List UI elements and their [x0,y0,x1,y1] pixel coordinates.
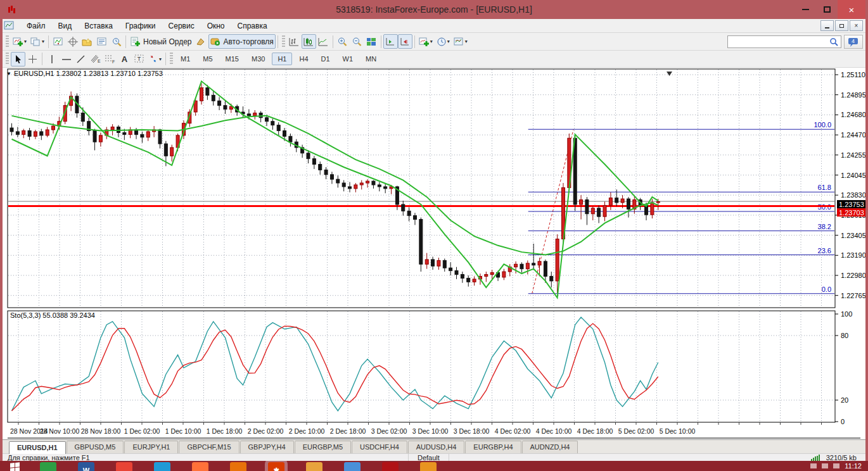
menu-item-5[interactable]: Окно [201,20,231,32]
chevron-down-icon: ▾ [42,39,44,44]
timeframe-M5[interactable]: M5 [197,53,218,65]
taskbar-app-system[interactable] [344,462,361,471]
bar-chart-button[interactable] [287,34,302,49]
favorites-button[interactable] [80,34,94,49]
tray-icon[interactable] [822,463,828,468]
crosshair-button[interactable] [65,34,80,49]
menu-item-6[interactable]: Справка [231,20,274,32]
chart-tab-1[interactable]: GBPUSD,M5 [67,441,124,453]
menu-item-0[interactable]: Файл [20,20,52,32]
cursor-button[interactable] [11,52,25,66]
periods-button[interactable]: ▾ [435,34,452,49]
toolbar-grip[interactable] [170,53,173,65]
taskbar-app-word[interactable]: W [78,462,94,471]
zoom-out-button[interactable] [350,34,364,49]
search-icon[interactable] [829,37,839,47]
horizontal-line-button[interactable] [59,52,73,66]
svg-text:4: 4 [852,38,855,44]
minimize-button[interactable] [795,0,816,19]
timeframe-M15[interactable]: M15 [220,53,245,65]
svg-text:1.23830: 1.23830 [841,191,865,199]
taskbar-app-messenger[interactable] [154,462,170,471]
svg-text:1.24255: 1.24255 [841,151,865,159]
taskbar-app-photos[interactable] [230,462,246,471]
timeframe-M30[interactable]: M30 [246,53,271,65]
tray-icon[interactable] [833,463,839,468]
zoom-in-button[interactable] [335,34,350,49]
vertical-line-button[interactable] [44,52,59,66]
chart-tab-9[interactable]: AUDNZD,H4 [522,441,578,453]
search-input[interactable] [728,37,829,47]
timeframe-D1[interactable]: D1 [316,53,336,65]
taskbar-app-settings[interactable]: ✱ [268,462,284,471]
title-bar[interactable]: 5318519: InstaForex-Europe.com - [EURUSD… [3,0,865,19]
close-button[interactable]: × [838,0,865,19]
toolbar-grip[interactable] [282,35,285,48]
taskbar-clock[interactable]: 11:12 [845,462,862,470]
menu-item-1[interactable]: Вид [52,20,79,32]
chart-tab-5[interactable]: EURGBP,M5 [295,441,351,453]
eurusd-h1-chart[interactable]: 100.061.850.038.223.60.01.251101.248951.… [3,68,865,439]
mailbox-button[interactable]: 4 [844,35,863,49]
auto-scroll-button[interactable] [383,34,398,49]
menu-item-4[interactable]: Сервис [162,20,201,32]
toolbar-grip[interactable] [6,53,9,65]
text-label-button[interactable]: T [132,52,146,66]
taskbar-app-opera[interactable] [382,462,399,471]
mdi-close-button[interactable]: × [850,20,863,31]
taskbar-app-media[interactable] [420,462,437,471]
svg-text:4 Dec 10:00: 4 Dec 10:00 [536,427,572,435]
equidistant-channel-button[interactable]: E [88,52,103,66]
chart-window[interactable]: 100.061.850.038.223.60.01.251101.248951.… [3,68,865,439]
candle-chart-button[interactable] [302,34,316,49]
tick-chart-button[interactable] [51,34,65,49]
timeframe-H4[interactable]: H4 [293,53,314,65]
toolbar-grip[interactable] [6,35,9,48]
line-chart-button[interactable] [316,34,331,49]
mdi-minimize-button[interactable] [820,20,834,31]
taskbar-app-pattern[interactable] [306,462,322,471]
terminal-button[interactable] [94,34,109,49]
indicators-button[interactable]: ▾ [417,34,435,49]
new-order-button[interactable]: Новый Ордер [128,34,193,49]
new-chart-button[interactable]: ▾ [11,34,29,49]
chart-tab-3[interactable]: GBPCHF,M15 [179,441,239,453]
taskbar-app-app-store[interactable] [40,462,56,471]
fibonacci-button[interactable]: F [103,52,117,66]
windows-taskbar: W✱ 11:12 [0,461,868,471]
status-profile[interactable]: Default [408,454,449,462]
symbol-dropdown-icon[interactable]: ▼ [6,71,11,77]
menu-item-2[interactable]: Вставка [78,20,119,32]
status-bar: Для справки, нажмите F1 Default 3210/5 k… [3,453,865,461]
tile-windows-button[interactable] [364,34,379,49]
chart-shift-button[interactable] [398,34,412,49]
arrows-button[interactable]: ▾ [146,52,163,66]
autotrading-button[interactable]: Авто-торговля [208,34,276,49]
text-button[interactable]: A [117,52,132,66]
chart-tab-8[interactable]: EURGBP,H4 [465,441,521,453]
tray-icon[interactable] [810,463,817,468]
strategy-tester-button[interactable] [109,34,124,49]
chart-tab-7[interactable]: AUDUSD,H4 [408,441,465,453]
chart-tab-6[interactable]: USDCHF,H4 [352,441,407,453]
mdi-restore-button[interactable] [835,20,848,31]
svg-text:2 Dec 02:00: 2 Dec 02:00 [248,427,284,435]
timeframe-W1[interactable]: W1 [337,53,359,65]
chart-tab-2[interactable]: EURJPY,H1 [124,441,178,453]
taskbar-app-chrome[interactable] [116,462,132,471]
crosshair-tool-button[interactable] [25,52,40,66]
timeframe-MN[interactable]: MN [360,53,382,65]
eraser-button[interactable] [194,34,208,49]
trendline-button[interactable] [73,52,88,66]
timeframe-H1[interactable]: H1 [272,53,292,65]
taskbar-app-firefox[interactable] [192,462,208,471]
start-button[interactable] [0,461,29,471]
menu-item-3[interactable]: Графики [119,20,162,32]
chart-tab-0[interactable]: EURUSD,H1 [9,441,66,454]
svg-text:3 Dec 10:00: 3 Dec 10:00 [412,427,449,435]
timeframe-M1[interactable]: M1 [175,53,196,65]
chart-tab-4[interactable]: GBPJPY,H4 [240,441,294,453]
profiles-button[interactable]: ▾ [29,34,46,49]
maximize-button[interactable] [816,0,838,19]
templates-button[interactable]: ▾ [452,34,469,49]
